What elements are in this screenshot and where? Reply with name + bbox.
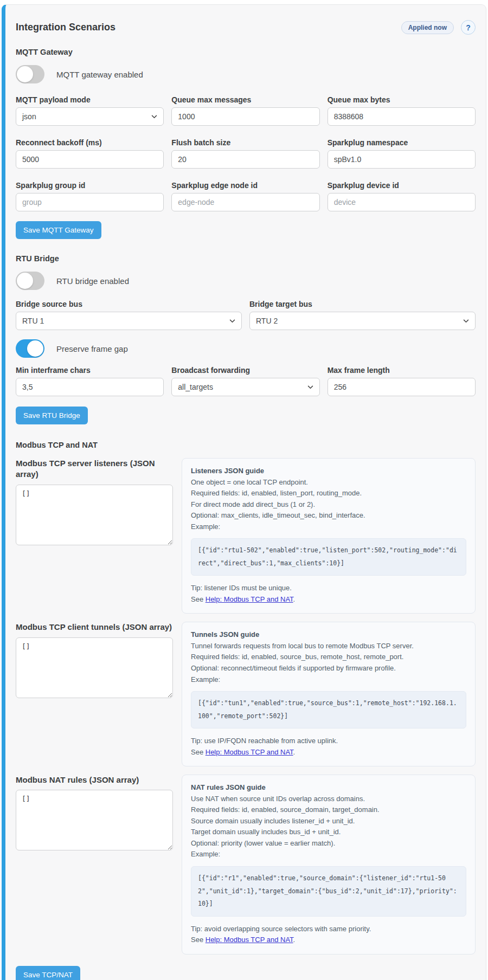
header-right: Applied now ? [401, 20, 476, 35]
sparkplug-edge-node-id-input[interactable] [171, 193, 319, 211]
card-header: Integration Scenarios Applied now ? [16, 20, 476, 35]
rtu-section-title: RTU Bridge [16, 254, 476, 263]
max-frame-length-label: Max frame length [328, 366, 476, 375]
flush-batch-size-input[interactable] [171, 150, 319, 169]
sparkplug-namespace-label: Sparkplug namespace [328, 138, 476, 147]
mqtt-payload-mode-select[interactable]: json [16, 107, 164, 126]
help-modbus-tcp-nat-link[interactable]: Help: Modbus TCP and NAT [206, 936, 293, 944]
tunnels-json-guide-panel: Tunnels JSON guide Tunnel forwards reque… [182, 622, 476, 766]
integration-scenarios-card: Integration Scenarios Applied now ? MQTT… [2, 4, 486, 980]
mqtt-section-title: MQTT Gateway [16, 48, 476, 56]
sparkplug-edge-node-id-label: Sparkplug edge node id [171, 181, 319, 190]
guide-see-line: See Help: Modbus TCP and NAT. [191, 594, 466, 605]
select-value: json [22, 112, 36, 121]
chevron-down-icon [307, 385, 313, 389]
applied-status-badge: Applied now [401, 21, 454, 34]
guide-line: Required fields: id, enabled, source_dom… [191, 804, 466, 816]
guide-tip: Tip: use IP/FQDN reachable from active u… [191, 736, 466, 747]
guide-line: Example: [191, 521, 466, 533]
nat-rules-json-textarea[interactable]: [] [16, 790, 173, 850]
nat-rules-json-example-code: [{"id":"r1","enabled":true,"source_domai… [191, 866, 466, 917]
chevron-down-icon [463, 319, 469, 323]
toggle-knob [27, 340, 43, 357]
guide-line: Example: [191, 674, 466, 686]
nat-rules-json-guide-panel: NAT rules JSON guide Use NAT when source… [182, 775, 476, 954]
mqtt-gateway-enabled-label: MQTT gateway enabled [56, 70, 143, 79]
queue-max-bytes-label: Queue max bytes [328, 95, 476, 104]
sparkplug-device-id-label: Sparkplug device id [328, 181, 476, 190]
page-title: Integration Scenarios [16, 22, 115, 33]
listeners-json-example-code: [{"id":"rtu1-502","enabled":true,"listen… [191, 538, 466, 576]
guide-title: NAT rules JSON guide [191, 782, 466, 794]
mqtt-gateway-enabled-toggle[interactable] [16, 65, 44, 83]
listeners-json-label: Modbus TCP server listeners (JSON array) [16, 458, 173, 480]
bridge-source-bus-label: Bridge source bus [16, 300, 242, 308]
listeners-json-guide-panel: Listeners JSON guide One object = one lo… [182, 458, 476, 614]
chevron-down-icon [229, 319, 235, 323]
guide-line: Optional: max_clients, idle_timeout_sec,… [191, 510, 466, 521]
listeners-row: Modbus TCP server listeners (JSON array)… [16, 458, 476, 614]
queue-max-bytes-input[interactable] [328, 107, 476, 126]
guide-line: Use NAT when source unit IDs overlap acr… [191, 794, 466, 805]
toggle-knob [17, 273, 33, 289]
save-rtu-bridge-button[interactable]: Save RTU Bridge [16, 407, 88, 424]
guide-title: Tunnels JSON guide [191, 629, 466, 641]
max-frame-length-input[interactable] [328, 378, 476, 396]
guide-tip: Tip: listener IDs must be unique. [191, 583, 466, 594]
broadcast-forwarding-select[interactable]: all_targets [171, 378, 319, 396]
chevron-down-icon [151, 115, 157, 119]
guide-line: Required fields: id, enabled, source_bus… [191, 652, 466, 663]
guide-see-line: See Help: Modbus TCP and NAT. [191, 747, 466, 758]
reconnect-backoff-label: Reconnect backoff (ms) [16, 138, 164, 147]
guide-line: For direct mode add direct_bus (1 or 2). [191, 499, 466, 511]
guide-line: Example: [191, 849, 466, 860]
flush-batch-size-label: Flush batch size [171, 138, 319, 147]
save-tcp-nat-button[interactable]: Save TCP/NAT [16, 966, 80, 980]
mqtt-payload-mode-label: MQTT payload mode [16, 95, 164, 104]
listeners-json-textarea[interactable]: [] [16, 485, 173, 545]
tunnels-json-label: Modbus TCP client tunnels (JSON array) [16, 622, 173, 633]
sparkplug-group-id-label: Sparkplug group id [16, 181, 164, 190]
guide-see-line: See Help: Modbus TCP and NAT. [191, 934, 466, 946]
preserve-frame-gap-toggle[interactable] [16, 339, 44, 358]
nat-rules-json-label: Modbus NAT rules (JSON array) [16, 775, 173, 785]
nat-rules-row: Modbus NAT rules (JSON array) [] NAT rul… [16, 775, 476, 954]
help-modbus-tcp-nat-link[interactable]: Help: Modbus TCP and NAT [206, 748, 293, 756]
guide-line: Optional: priority (lower value = earlie… [191, 838, 466, 849]
guide-line: Source domain usually includes listener_… [191, 816, 466, 827]
bridge-target-bus-label: Bridge target bus [249, 300, 476, 308]
guide-line: Target domain usually includes bus_id + … [191, 827, 466, 838]
queue-max-messages-label: Queue max messages [171, 95, 319, 104]
min-interframe-chars-label: Min interframe chars [16, 366, 164, 375]
guide-tip: Tip: avoid overlapping source selectors … [191, 924, 466, 935]
preserve-frame-gap-label: Preserve frame gap [56, 344, 128, 353]
min-interframe-chars-input[interactable] [16, 378, 164, 396]
tunnels-json-textarea[interactable]: [] [16, 637, 173, 698]
guide-line: Required fields: id, enabled, listen_por… [191, 488, 466, 499]
tunnels-row: Modbus TCP client tunnels (JSON array) [… [16, 622, 476, 766]
guide-line: Tunnel forwards requests from local bus … [191, 641, 466, 652]
tunnels-json-example-code: [{"id":"tun1","enabled":true,"source_bus… [191, 691, 466, 728]
sparkplug-device-id-input[interactable] [328, 193, 476, 211]
select-value: RTU 1 [22, 317, 44, 325]
select-value: RTU 2 [256, 317, 278, 325]
reconnect-backoff-input[interactable] [16, 150, 164, 169]
tcpnat-section-title: Modbus TCP and NAT [16, 441, 476, 449]
toggle-knob [17, 66, 33, 82]
sparkplug-group-id-input[interactable] [16, 193, 164, 211]
guide-line: Optional: reconnect/timeout fields if su… [191, 663, 466, 674]
save-mqtt-gateway-button[interactable]: Save MQTT Gateway [16, 221, 101, 239]
select-value: all_targets [178, 383, 213, 391]
rtu-bridge-enabled-toggle[interactable] [16, 272, 44, 290]
help-button[interactable]: ? [461, 20, 476, 35]
guide-title: Listeners JSON guide [191, 466, 466, 477]
guide-line: One object = one local TCP endpoint. [191, 477, 466, 488]
help-modbus-tcp-nat-link[interactable]: Help: Modbus TCP and NAT [206, 595, 293, 603]
sparkplug-namespace-input[interactable] [328, 150, 476, 169]
broadcast-forwarding-label: Broadcast forwarding [171, 366, 319, 375]
rtu-bridge-enabled-label: RTU bridge enabled [56, 276, 129, 286]
bridge-source-bus-select[interactable]: RTU 1 [16, 312, 242, 330]
queue-max-messages-input[interactable] [171, 107, 319, 126]
bridge-target-bus-select[interactable]: RTU 2 [249, 312, 476, 330]
